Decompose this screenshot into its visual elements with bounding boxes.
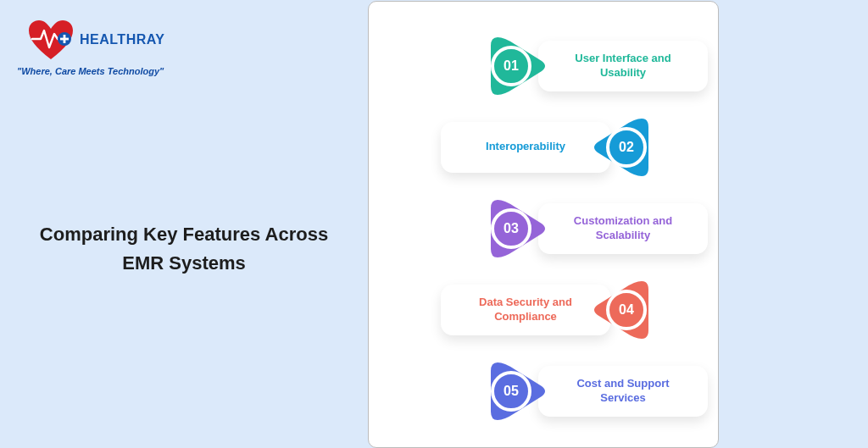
pointer-icon: 03 bbox=[479, 191, 554, 266]
feature-item: Interoperability 02 bbox=[369, 110, 718, 185]
content-panel: User Interface and Usability 01Interoper… bbox=[368, 0, 868, 448]
feature-label: Customization and Scalability bbox=[538, 203, 708, 254]
pointer-icon: 04 bbox=[586, 273, 660, 347]
feature-number-badge: 02 bbox=[606, 127, 647, 168]
feature-item: Customization and Scalability 03 bbox=[369, 191, 718, 266]
feature-label: Data Security and Compliance bbox=[441, 285, 610, 335]
feature-number-badge: 01 bbox=[491, 46, 531, 86]
brand-name: HEALTHRAY bbox=[80, 32, 165, 47]
page-title: Comparing Key Features Across EMR System… bbox=[0, 220, 368, 278]
brand-tagline: "Where, Care Meets Technology" bbox=[17, 66, 164, 76]
info-panel: HEALTHRAY "Where, Care Meets Technology"… bbox=[0, 0, 368, 448]
feature-number-badge: 04 bbox=[606, 290, 647, 330]
features-list: User Interface and Usability 01Interoper… bbox=[369, 29, 718, 435]
feature-label: Interoperability bbox=[441, 122, 610, 173]
feature-item: Data Security and Compliance 04 bbox=[369, 273, 718, 347]
pointer-icon: 01 bbox=[479, 29, 554, 103]
heart-icon bbox=[27, 19, 75, 61]
feature-number-badge: 05 bbox=[491, 371, 531, 412]
pointer-icon: 02 bbox=[586, 110, 660, 185]
pointer-icon: 05 bbox=[479, 354, 554, 429]
svg-rect-2 bbox=[60, 38, 69, 41]
feature-label: Cost and Support Services bbox=[538, 366, 708, 417]
brand-logo: HEALTHRAY bbox=[27, 19, 165, 61]
feature-number-badge: 03 bbox=[491, 208, 531, 249]
feature-label: User Interface and Usability bbox=[538, 41, 708, 91]
feature-item: Cost and Support Services 05 bbox=[369, 354, 718, 429]
features-card: User Interface and Usability 01Interoper… bbox=[368, 1, 719, 448]
feature-item: User Interface and Usability 01 bbox=[369, 29, 718, 103]
